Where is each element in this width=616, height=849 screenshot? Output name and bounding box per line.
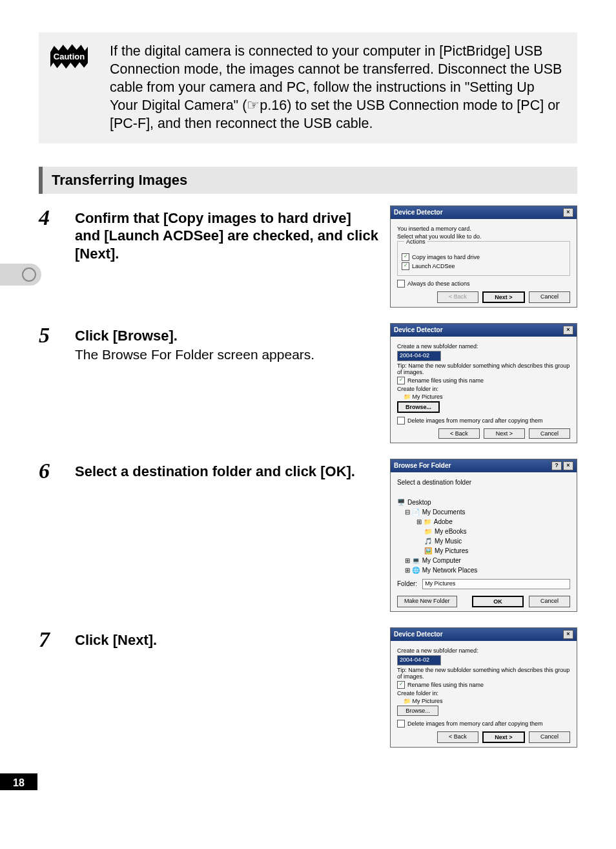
make-new-folder-button[interactable]: Make New Folder: [397, 596, 457, 607]
checkbox-label: Rename files using this name: [407, 377, 484, 384]
back-button: < Back: [437, 291, 478, 303]
dialog-tip: Tip: Name the new subfolder something wh…: [397, 362, 570, 375]
caution-badge: Caution: [50, 43, 88, 70]
checkbox-delete[interactable]: [397, 417, 405, 424]
page-tab: [0, 264, 41, 286]
dialog-tip: Tip: Name the new subfolder something wh…: [397, 667, 570, 680]
ok-button[interactable]: OK: [472, 596, 524, 607]
step-number: 6: [39, 459, 75, 483]
back-button[interactable]: < Back: [438, 428, 480, 439]
folder-input[interactable]: My Pictures: [422, 579, 570, 589]
cancel-button[interactable]: Cancel: [529, 596, 570, 607]
caution-text: If the digital camera is connected to yo…: [110, 43, 564, 133]
checkbox-rename[interactable]: [397, 377, 405, 384]
checkbox-label: Always do these actions: [407, 280, 470, 287]
dialog-browse-for-folder: Browse For Folder ?× Select a destinatio…: [390, 459, 577, 612]
step-heading: Click [Browse].: [75, 327, 378, 345]
cancel-button[interactable]: Cancel: [529, 731, 570, 743]
back-button[interactable]: < Back: [437, 731, 478, 743]
folder-label: Folder:: [397, 580, 417, 587]
tree-node[interactable]: Adobe: [434, 517, 453, 527]
checkbox-launch-acdsee[interactable]: [402, 262, 409, 270]
dialog-title: Device Detector: [394, 209, 443, 216]
caution-box: Caution If the digital camera is connect…: [39, 32, 577, 143]
close-icon[interactable]: ×: [563, 461, 573, 470]
checkbox-delete[interactable]: [397, 720, 405, 728]
browse-button[interactable]: Browse...: [397, 706, 438, 716]
step-subtext: The Browse For Folder screen appears.: [75, 347, 378, 362]
step-heading: Select a destination folder and click [O…: [75, 463, 378, 481]
step-heading: Click [Next].: [75, 631, 378, 649]
dialog-title: Browse For Folder: [394, 462, 451, 469]
checkbox-label: Rename files using this name: [407, 682, 484, 688]
dialog-text: You inserted a memory card.: [397, 225, 570, 232]
tree-node[interactable]: My Documents: [422, 507, 466, 517]
subfolder-name-input[interactable]: 2004-04-02: [397, 351, 441, 361]
dialog-device-detector-2: Device Detector × Create a new subfolder…: [390, 323, 577, 443]
next-button[interactable]: Next >: [482, 291, 525, 303]
page-number: 18: [0, 773, 37, 790]
cancel-button[interactable]: Cancel: [529, 428, 570, 439]
group-label: Actions: [404, 238, 427, 245]
dialog-text: Create a new subfolder named:: [397, 343, 570, 350]
tree-node[interactable]: My Music: [435, 536, 462, 546]
tree-node[interactable]: My Pictures: [435, 546, 468, 556]
tree-node[interactable]: My eBooks: [435, 527, 466, 536]
close-icon[interactable]: ×: [563, 326, 573, 335]
subfolder-name-input[interactable]: 2004-04-02: [397, 655, 441, 666]
step-number: 4: [39, 205, 75, 230]
next-button[interactable]: Next >: [484, 428, 525, 439]
tree-node[interactable]: My Network Places: [422, 565, 478, 575]
close-icon[interactable]: ×: [563, 208, 573, 217]
dialog-text: Create a new subfolder named:: [397, 647, 570, 654]
checkbox-always[interactable]: [397, 280, 405, 288]
dialog-instruction: Select a destination folder: [397, 479, 570, 486]
next-button[interactable]: Next >: [482, 731, 525, 743]
dialog-device-detector-1: Device Detector × You inserted a memory …: [390, 205, 577, 308]
step-heading: Confirm that [Copy images to hard drive]…: [75, 209, 378, 263]
dialog-text: Create folder in:: [397, 386, 570, 392]
browse-button[interactable]: Browse...: [397, 401, 440, 413]
tree-node[interactable]: Desktop: [407, 498, 431, 507]
dialog-title: Device Detector: [394, 631, 443, 638]
checkbox-label: Delete images from memory card after cop…: [407, 720, 543, 727]
step-number: 7: [39, 627, 75, 652]
folder-path: My Pictures: [413, 698, 443, 704]
dialog-text: Create folder in:: [397, 690, 570, 697]
checkbox-rename[interactable]: [397, 681, 405, 689]
help-icon[interactable]: ?: [551, 461, 562, 470]
cancel-button[interactable]: Cancel: [529, 291, 570, 303]
folder-tree[interactable]: 🖥️ Desktop ⊟ 📄 My Documents ⊞ 📁 Adobe 📁 …: [397, 498, 570, 575]
step-number: 5: [39, 323, 75, 348]
checkbox-label: Launch ACDSee: [412, 263, 455, 269]
close-icon[interactable]: ×: [563, 630, 573, 639]
tree-node[interactable]: My Computer: [422, 556, 461, 565]
dialog-device-detector-3: Device Detector × Create a new subfolder…: [390, 627, 577, 748]
checkbox-label: Copy images to hard drive: [412, 254, 480, 260]
checkbox-label: Delete images from memory card after cop…: [407, 417, 543, 424]
dialog-title: Device Detector: [394, 326, 443, 333]
section-title: Transferring Images: [39, 167, 577, 194]
folder-path: My Pictures: [413, 393, 443, 400]
checkbox-copy-images[interactable]: [402, 253, 409, 261]
